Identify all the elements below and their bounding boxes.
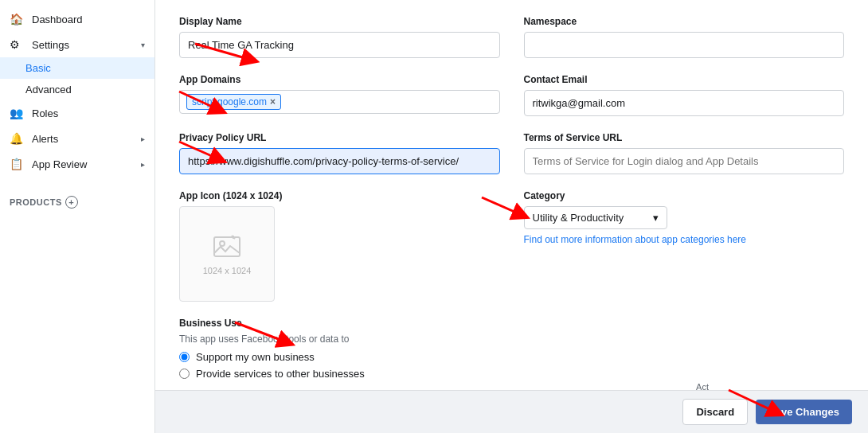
image-placeholder-icon <box>213 232 241 261</box>
business-use-group: Business Use This app uses Facebook tool… <box>179 318 844 384</box>
contact-email-input[interactable] <box>524 90 845 116</box>
sidebar-advanced-label: Advanced <box>25 84 72 96</box>
category-info-link[interactable]: Find out more information about app cate… <box>524 234 845 245</box>
sidebar-roles-label: Roles <box>32 107 58 119</box>
business-radio-group: Support my own business Provide services… <box>179 351 844 380</box>
act-label: Act <box>696 382 709 392</box>
radio-provide-services[interactable]: Provide services to other businesses <box>179 368 844 380</box>
app-icon-size-text: 1024 x 1024 <box>203 266 252 275</box>
products-label: PRODUCTS <box>10 197 62 207</box>
save-changes-button[interactable]: Save Changes <box>756 400 852 424</box>
app-icon-upload[interactable]: 1024 x 1024 <box>179 206 275 302</box>
chevron-down-icon: ▾ <box>141 41 145 49</box>
add-product-button[interactable]: + <box>65 196 78 209</box>
row-icon-category: App Icon (1024 x 1024) 1024 x 1024 <box>179 190 844 302</box>
sidebar-item-alerts[interactable]: 🔔 Alerts ▸ <box>0 126 154 151</box>
tag-remove-button[interactable]: × <box>270 96 276 107</box>
row-display-name-namespace: Display Name Namespace <box>179 16 844 58</box>
scrollable-content: Display Name Namespace App Domains <box>155 0 868 390</box>
namespace-input[interactable] <box>524 32 845 58</box>
bell-icon: 🔔 <box>10 132 25 145</box>
chevron-right-icon: ▸ <box>141 135 145 143</box>
svg-point-1 <box>220 241 225 246</box>
chevron-right-icon-2: ▸ <box>141 160 145 169</box>
display-name-label: Display Name <box>179 16 500 27</box>
sidebar-dashboard-label: Dashboard <box>32 14 83 25</box>
category-dropdown[interactable]: Utility & Productivity ▾ <box>524 206 667 229</box>
display-name-group: Display Name <box>179 16 500 58</box>
category-label: Category <box>524 190 845 201</box>
app-icon-label: App Icon (1024 x 1024) <box>179 190 500 201</box>
row-business-use: Business Use This app uses Facebook tool… <box>179 318 844 384</box>
privacy-policy-input[interactable] <box>179 148 500 174</box>
business-use-label: Business Use <box>179 318 844 329</box>
sidebar-item-app-review[interactable]: 📋 App Review ▸ <box>0 151 154 177</box>
sidebar-item-roles[interactable]: 👥 Roles <box>0 100 154 126</box>
business-use-desc: This app uses Facebook tools or data to <box>179 334 844 345</box>
row-domains-email: App Domains script.google.com × Contact … <box>179 74 844 116</box>
privacy-policy-label: Privacy Policy URL <box>179 132 500 143</box>
namespace-group: Namespace <box>524 16 845 58</box>
terms-service-input[interactable] <box>524 148 845 174</box>
app-domains-group: App Domains script.google.com × <box>179 74 500 116</box>
row-privacy-terms: Privacy Policy URL Terms of Service URL <box>179 132 844 174</box>
app-domains-input[interactable]: script.google.com × <box>179 90 500 114</box>
sidebar-item-dashboard[interactable]: 🏠 Dashboard <box>0 6 154 32</box>
home-icon: 🏠 <box>10 13 25 25</box>
radio-support-own[interactable]: Support my own business <box>179 351 844 363</box>
sidebar-alerts-label: Alerts <box>32 133 58 145</box>
sidebar-basic-label: Basic <box>25 62 51 74</box>
terms-service-group: Terms of Service URL <box>524 132 845 174</box>
form-content: Display Name Namespace App Domains <box>155 0 868 390</box>
svg-rect-0 <box>214 237 240 256</box>
gear-icon: ⚙ <box>10 38 25 51</box>
radio-support-own-label: Support my own business <box>196 351 315 363</box>
sidebar: 🏠 Dashboard ⚙ Settings ▾ Basic Advanced … <box>0 0 155 433</box>
domain-tag: script.google.com × <box>186 94 281 110</box>
bottom-bar: Act Discard Save Changes <box>155 390 868 433</box>
clipboard-icon: 📋 <box>10 158 25 170</box>
roles-icon: 👥 <box>10 107 25 119</box>
contact-email-group: Contact Email <box>524 74 845 116</box>
products-section: PRODUCTS + <box>0 189 154 212</box>
sidebar-app-review-label: App Review <box>32 158 87 170</box>
sidebar-item-settings[interactable]: ⚙ Settings ▾ <box>0 32 154 57</box>
terms-service-label: Terms of Service URL <box>524 132 845 143</box>
display-name-input[interactable] <box>179 32 500 58</box>
discard-button[interactable]: Discard <box>682 399 748 425</box>
category-group: Category Utility & Productivity ▾ Find o… <box>524 190 845 302</box>
sidebar-settings-label: Settings <box>32 39 69 51</box>
category-value: Utility & Productivity <box>533 212 624 224</box>
app-icon-group: App Icon (1024 x 1024) 1024 x 1024 <box>179 190 500 302</box>
namespace-label: Namespace <box>524 16 845 27</box>
chevron-down-category-icon: ▾ <box>653 212 659 224</box>
privacy-policy-group: Privacy Policy URL <box>179 132 500 174</box>
radio-provide-services-input[interactable] <box>179 369 190 379</box>
main-content-wrapper: Display Name Namespace App Domains <box>155 0 868 433</box>
sidebar-item-basic[interactable]: Basic <box>0 57 154 79</box>
domain-tag-text: script.google.com <box>192 96 267 107</box>
contact-email-label: Contact Email <box>524 74 845 85</box>
radio-provide-services-label: Provide services to other businesses <box>196 368 365 380</box>
radio-support-own-input[interactable] <box>179 352 190 362</box>
sidebar-item-advanced[interactable]: Advanced <box>0 79 154 100</box>
app-domains-label: App Domains <box>179 74 500 85</box>
